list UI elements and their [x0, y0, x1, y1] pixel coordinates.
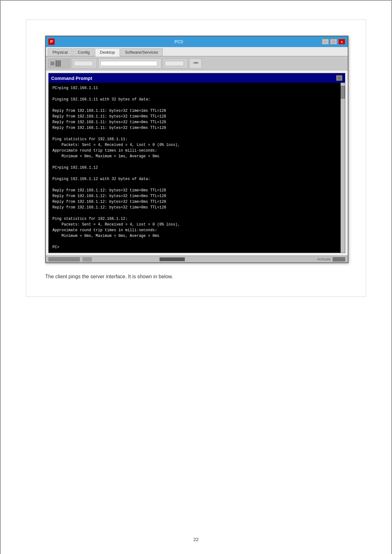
minimize-button[interactable]: −: [322, 39, 329, 45]
bottom-item-1: [48, 257, 80, 262]
cmd-close-button[interactable]: X: [336, 75, 342, 81]
svg-rect-1: [56, 60, 57, 67]
scrollbar[interactable]: [341, 83, 345, 253]
window-title: PC0: [55, 39, 303, 44]
tab-bar: Physical Config Desktop Software/Service…: [46, 47, 348, 57]
bottom-item-2: [82, 257, 92, 262]
bottom-center: [160, 257, 185, 261]
scroll-thumb[interactable]: [341, 86, 345, 99]
toolbar-item-1[interactable]: [48, 58, 70, 69]
title-bar: P PC0 − □ x: [46, 36, 348, 47]
content-area: Command Prompt X PC>ping 192.168.1.11 Pi…: [46, 73, 348, 262]
cmd-content[interactable]: PC>ping 192.168.1.11 Pinging 192.168.1.1…: [49, 83, 345, 253]
close-button[interactable]: x: [338, 39, 345, 45]
toolbar-item-2[interactable]: [72, 58, 97, 69]
activate-text: Activate: [317, 257, 331, 262]
toolbar-icon-1: [51, 60, 66, 67]
cmd-window: Command Prompt X PC>ping 192.168.1.11 Pi…: [48, 73, 345, 253]
outer-border: P PC0 − □ x Physical Config Desktop Soft…: [26, 20, 366, 297]
page-container: P PC0 − □ x Physical Config Desktop Soft…: [1, 1, 391, 554]
description-text: The client pings the server interface. I…: [45, 273, 347, 281]
sim-bottom-bar: Activate: [46, 256, 348, 262]
cmd-title: Command Prompt: [51, 75, 92, 81]
toolbar-item-3[interactable]: [98, 58, 161, 69]
svg-rect-0: [51, 62, 54, 65]
cmd-title-bar: Command Prompt X: [49, 73, 345, 83]
toolbar-item-5[interactable]: [189, 58, 202, 69]
tab-desktop[interactable]: Desktop: [95, 48, 120, 57]
bottom-right: Activate: [317, 257, 345, 262]
pc-icon: P: [48, 39, 55, 45]
title-bar-left: P: [48, 39, 55, 45]
maximize-button[interactable]: □: [330, 39, 337, 45]
svg-rect-2: [57, 60, 59, 67]
window-controls: − □ x: [322, 39, 345, 45]
svg-rect-3: [59, 60, 61, 67]
toolbar-icon-5: [191, 60, 200, 67]
bottom-end: [333, 257, 345, 262]
simulator-window: P PC0 − □ x Physical Config Desktop Soft…: [45, 36, 348, 263]
page-number: 22: [193, 537, 199, 542]
pc-icon-label: P: [50, 39, 53, 44]
tab-config[interactable]: Config: [73, 48, 94, 56]
toolbar: [46, 57, 348, 70]
toolbar-item-4[interactable]: [163, 58, 188, 69]
tab-software[interactable]: Software/Services: [120, 48, 163, 56]
tab-physical[interactable]: Physical: [48, 48, 72, 56]
cmd-output: PC>ping 192.168.1.11 Pinging 192.168.1.1…: [52, 85, 341, 250]
